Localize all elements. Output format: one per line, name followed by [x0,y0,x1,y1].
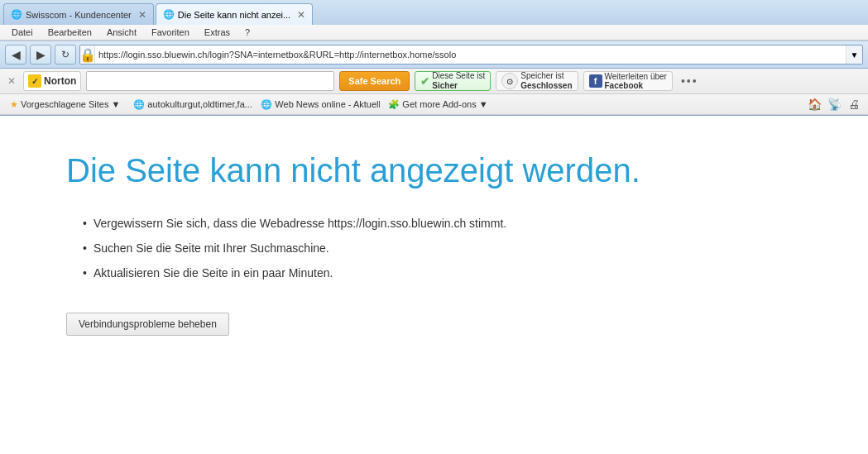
fix-connection-button[interactable]: Verbindungsprobleme beheben [66,313,229,336]
star-icon: ★ [10,99,18,110]
norton-toolbar: ✕ ✓ Norton Safe Search ✔ Diese Seite ist… [0,69,868,94]
tab-favicon-1: 🌐 [11,9,22,21]
norton-secure-text: Diese Seite ist Sicher [432,71,485,91]
toolbar-right-buttons: 🏠 📡 🖨 [805,96,863,112]
page-content: Die Seite kann nicht angezeigt werden. V… [0,116,868,430]
list-item: Suchen Sie die Seite mit Ihrer Suchmasch… [83,241,802,255]
rss-button[interactable]: 📡 [825,96,843,112]
list-item-text-1: Vergewissern Sie sich, dass die Webadres… [94,217,506,230]
bookmarks-bar: ★ Vorgeschlagene Sites ▼ 🌐 autokulturgut… [0,94,868,115]
norton-secure-badge: ✔ Diese Seite ist Sicher [415,71,491,91]
norton-close-icon[interactable]: ✕ [5,74,18,88]
nav-bar: ◀ ▶ ↻ 🔒 https://login.sso.bluewin.ch/log… [0,41,868,69]
refresh-button[interactable]: ↻ [55,45,76,65]
error-list: Vergewissern Sie sich, dass die Webadres… [83,217,802,280]
norton-search-input[interactable] [86,71,334,91]
browser-chrome: 🌐 Swisscom - Kundencenter ✕ 🌐 Die Seite … [0,0,868,116]
tab-close-1[interactable]: ✕ [138,9,146,21]
print-button[interactable]: 🖨 [845,96,863,112]
list-item-text-3: Aktualisieren Sie die Seite in ein paar … [94,266,333,280]
norton-lock-text: Speicher ist Geschlossen [520,71,572,91]
bookmark-webnews[interactable]: 🌐 Web News online - Aktuell... [256,98,380,111]
facebook-icon: f [589,74,602,88]
norton-logo: ✓ Norton [23,71,81,91]
tab-bar: 🌐 Swisscom - Kundencenter ✕ 🌐 Die Seite … [0,0,868,25]
lock-circle-icon: ⊙ [501,73,518,89]
globe-icon-2: 🌐 [261,99,272,110]
list-item: Vergewissern Sie sich, dass die Webadres… [83,217,802,230]
bookmark-suggested-sites[interactable]: ★ Vorgeschlagene Sites ▼ [5,98,125,111]
norton-brand: Norton [44,75,76,87]
facebook-text: Weiterleiten über Facebook [605,72,667,90]
address-go-button[interactable]: ▼ [846,45,862,64]
more-options-button[interactable]: ••• [678,74,702,88]
norton-checkmark-icon: ✓ [28,74,41,88]
safe-search-button[interactable]: Safe Search [339,71,410,91]
bookmark-label-2: autokulturgut,oldtimer,fa... [147,99,252,109]
tab-label-2: Die Seite kann nicht anzei... [178,10,290,20]
list-item-text-2: Suchen Sie die Seite mit Ihrer Suchmasch… [94,241,329,255]
tab-close-2[interactable]: ✕ [297,9,305,21]
menu-datei[interactable]: Datei [5,26,40,39]
error-title: Die Seite kann nicht angezeigt werden. [66,149,802,192]
facebook-share-button[interactable]: f Weiterleiten über Facebook [583,71,673,91]
address-text[interactable]: https://login.sso.bluewin.ch/login?SNA=i… [95,50,846,60]
list-item: Aktualisieren Sie die Seite in ein paar … [83,266,802,280]
tab-label-1: Swisscom - Kundencenter [26,10,132,20]
tab-favicon-2: 🌐 [163,9,175,21]
globe-icon-1: 🌐 [133,99,145,110]
home-button[interactable]: 🏠 [805,96,823,112]
secure-check-icon: ✔ [420,75,429,88]
menu-bearbeiten[interactable]: Bearbeiten [41,26,98,39]
bookmark-addons[interactable]: 🧩 Get more Add-ons ▼ [383,98,492,111]
menu-extras[interactable]: Extras [198,26,237,39]
menu-ansicht[interactable]: Ansicht [100,26,143,39]
tab-swisscom[interactable]: 🌐 Swisscom - Kundencenter ✕ [3,3,154,25]
addons-icon: 🧩 [388,99,400,110]
bookmark-label-1: Vorgeschlagene Sites ▼ [21,99,120,109]
menu-bar: Datei Bearbeiten Ansicht Favoriten Extra… [0,25,868,41]
address-bar[interactable]: 🔒 https://login.sso.bluewin.ch/login?SNA… [79,45,863,65]
back-button[interactable]: ◀ [5,45,26,65]
bookmark-label-3: Web News online - Aktuell... [275,99,380,109]
bookmark-label-4: Get more Add-ons ▼ [402,99,487,109]
tab-active[interactable]: 🌐 Die Seite kann nicht anzei... ✕ [156,3,313,25]
forward-button[interactable]: ▶ [30,45,51,65]
address-secure-icon: 🔒 [80,45,95,64]
menu-help[interactable]: ? [238,26,257,39]
menu-favoriten[interactable]: Favoriten [145,26,196,39]
bookmark-autokulturgut[interactable]: 🌐 autokulturgut,oldtimer,fa... [128,98,252,111]
norton-lock-badge: ⊙ Speicher ist Geschlossen [496,71,578,91]
